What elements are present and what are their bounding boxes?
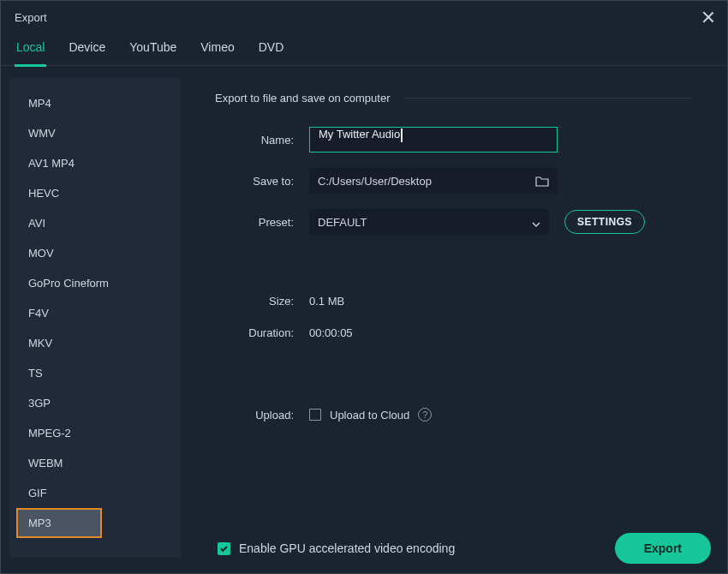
- text-caret: [401, 129, 403, 142]
- format-ts[interactable]: TS: [16, 358, 174, 388]
- format-hevc[interactable]: HEVC: [16, 178, 174, 208]
- format-mpeg2[interactable]: MPEG-2: [16, 418, 174, 448]
- format-mov[interactable]: MOV: [16, 238, 174, 268]
- upload-checkbox[interactable]: [309, 409, 321, 421]
- format-f4v[interactable]: F4V: [16, 298, 174, 328]
- size-label: Size:: [215, 295, 309, 308]
- folder-icon[interactable]: [535, 176, 549, 187]
- format-mp3[interactable]: MP3: [16, 508, 102, 538]
- export-button[interactable]: Export: [615, 533, 711, 564]
- divider: [404, 98, 693, 99]
- format-av1mp4[interactable]: AV1 MP4: [16, 148, 174, 178]
- upload-label: Upload:: [215, 409, 309, 422]
- settings-button[interactable]: SETTINGS: [564, 210, 645, 234]
- save-to-input[interactable]: C:/Users/User/Desktop: [309, 168, 558, 194]
- format-webm[interactable]: WEBM: [16, 448, 174, 478]
- preset-label: Preset:: [215, 216, 309, 229]
- close-icon[interactable]: [701, 10, 715, 24]
- gpu-checkbox[interactable]: [218, 542, 230, 555]
- window-title: Export: [15, 11, 47, 24]
- duration-label: Duration:: [215, 326, 309, 339]
- tab-dvd[interactable]: DVD: [257, 35, 286, 65]
- tab-local[interactable]: Local: [15, 35, 46, 67]
- preset-value: DEFAULT: [318, 216, 532, 229]
- footer: Enable GPU accelerated video encoding Ex…: [218, 533, 711, 564]
- name-input[interactable]: My Twitter Audio: [309, 127, 558, 152]
- help-icon[interactable]: ?: [418, 408, 432, 422]
- format-sidebar: MP4 WMV AV1 MP4 HEVC AVI MOV GoPro Cinef…: [9, 78, 181, 558]
- save-to-label: Save to:: [215, 175, 309, 188]
- titlebar: Export: [1, 1, 727, 30]
- upload-text: Upload to Cloud: [330, 409, 409, 422]
- format-gif[interactable]: GIF: [16, 478, 174, 508]
- section-heading: Export to file and save on computer: [215, 92, 391, 105]
- name-label: Name:: [215, 134, 309, 146]
- duration-value: 00:00:05: [309, 326, 353, 339]
- format-3gp[interactable]: 3GP: [16, 388, 174, 418]
- format-mkv[interactable]: MKV: [16, 328, 174, 358]
- name-input-value: My Twitter Audio: [319, 128, 400, 141]
- format-mp4[interactable]: MP4: [16, 88, 174, 118]
- format-gopro[interactable]: GoPro Cineform: [16, 268, 174, 298]
- section-header: Export to file and save on computer: [215, 92, 693, 105]
- format-avi[interactable]: AVI: [16, 208, 174, 238]
- save-to-value: C:/Users/User/Desktop: [318, 175, 535, 188]
- main-panel: Export to file and save on computer Name…: [181, 66, 727, 573]
- tab-vimeo[interactable]: Vimeo: [199, 35, 236, 65]
- chevron-down-icon: [532, 218, 540, 226]
- gpu-label: Enable GPU accelerated video encoding: [239, 541, 455, 555]
- tab-youtube[interactable]: YouTube: [128, 35, 178, 65]
- tabs: Local Device YouTube Vimeo DVD: [1, 30, 727, 66]
- format-wmv[interactable]: WMV: [16, 118, 174, 148]
- tab-device[interactable]: Device: [67, 35, 107, 65]
- size-value: 0.1 MB: [309, 295, 344, 308]
- preset-select[interactable]: DEFAULT: [309, 209, 549, 235]
